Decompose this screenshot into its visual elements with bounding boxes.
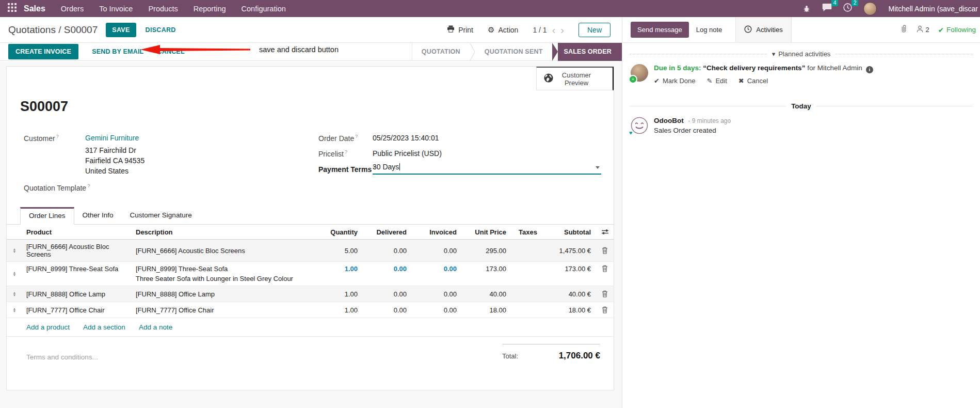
line-taxes[interactable] [511, 307, 553, 313]
user-menu[interactable]: Mitchell Admin (save_discar [888, 5, 978, 13]
line-delivered[interactable]: 0.00 [363, 244, 412, 258]
today-label: Today [791, 102, 811, 110]
order-line-row[interactable]: ▲▼ [FURN_6666] Acoustic Bloc Screens [FU… [7, 240, 614, 262]
add-note-link[interactable]: Add a note [139, 323, 172, 331]
pricelist-value[interactable]: Public Pricelist (USD) [373, 149, 442, 158]
line-delivered[interactable]: 0.00 [363, 287, 412, 301]
line-unit-price[interactable]: 18.00 [462, 303, 511, 317]
menu-products[interactable]: Products [148, 5, 178, 13]
stage-quotation-sent[interactable]: QUOTATION SENT [475, 43, 552, 61]
stage-sales-order-active[interactable]: SALES ORDER [558, 43, 622, 61]
line-quantity[interactable]: 1.00 [317, 303, 363, 317]
followers-button[interactable]: 2 [917, 25, 929, 34]
customer-preview-button[interactable]: Customer Preview [536, 67, 614, 90]
menu-to-invoice[interactable]: To Invoice [99, 5, 133, 13]
action-button[interactable]: ⚙ Action [488, 25, 518, 35]
drag-handle-icon[interactable]: ▲▼ [13, 307, 17, 312]
line-description[interactable]: [FURN_6666] Acoustic Bloc Screens [132, 244, 317, 258]
mark-done-button[interactable]: ✔Mark Done [654, 77, 695, 85]
line-taxes[interactable] [511, 247, 553, 254]
delete-line-button[interactable] [602, 290, 608, 297]
order-line-row[interactable]: ▲▼ [FURN_7777] Office Chair [FURN_7777] … [7, 302, 614, 318]
line-unit-price[interactable]: 40.00 [462, 287, 511, 301]
create-invoice-button[interactable]: CREATE INVOICE [8, 44, 78, 59]
send-message-button[interactable]: Send message [631, 22, 689, 38]
message-author[interactable]: OdooBot [654, 117, 684, 124]
drag-handle-icon[interactable]: ▲▼ [13, 248, 17, 253]
add-product-link[interactable]: Add a product [26, 323, 70, 331]
tab-customer-signature[interactable]: Customer Signature [122, 207, 200, 224]
user-avatar[interactable] [863, 2, 877, 15]
col-delivered[interactable]: Delivered [363, 225, 412, 239]
line-quantity[interactable]: 1.00 [317, 287, 363, 301]
col-product[interactable]: Product [22, 225, 132, 239]
activity-clock-button[interactable]: 2 [843, 3, 852, 14]
col-invoiced[interactable]: Invoiced [412, 225, 462, 239]
new-button[interactable]: New [579, 23, 611, 37]
line-unit-price[interactable]: 173.00 [462, 262, 511, 276]
line-quantity[interactable]: 1.00 [317, 262, 363, 276]
menu-orders[interactable]: Orders [61, 5, 84, 13]
pager-next-icon[interactable]: › [560, 26, 564, 34]
line-description[interactable]: [FURN_8888] Office Lamp [132, 287, 317, 301]
order-date-value[interactable]: 05/25/2023 15:40:01 [373, 134, 439, 142]
tab-other-info[interactable]: Other Info [74, 207, 122, 224]
line-description[interactable]: [FURN_7777] Office Chair [132, 303, 317, 317]
line-product[interactable]: [FURN_6666] Acoustic Bloc Screens [22, 240, 132, 261]
delete-line-button[interactable] [602, 265, 608, 272]
order-line-row[interactable]: ▲▼ [FURN_8888] Office Lamp [FURN_8888] O… [7, 286, 614, 302]
following-button[interactable]: ✔ Following [938, 26, 976, 34]
line-taxes[interactable] [511, 262, 553, 268]
line-invoiced[interactable]: 0.00 [412, 244, 462, 258]
line-taxes[interactable] [511, 291, 553, 297]
line-invoiced[interactable]: 0.00 [412, 303, 462, 317]
planned-activities-toggle[interactable]: ▾ Planned activities [772, 50, 831, 58]
discard-button[interactable]: DISCARD [146, 26, 176, 34]
col-subtotal[interactable]: Subtotal [553, 225, 596, 239]
activities-button[interactable]: Activities [735, 17, 791, 42]
save-button[interactable]: SAVE [106, 23, 136, 37]
dropdown-caret-icon[interactable] [596, 166, 600, 169]
breadcrumb-quotations-link[interactable]: Quotations [8, 24, 56, 35]
menu-configuration[interactable]: Configuration [242, 5, 286, 13]
delete-line-button[interactable] [602, 247, 608, 254]
terms-and-conditions-placeholder[interactable]: Terms and conditions... [26, 344, 502, 361]
line-product[interactable]: [FURN_8999] Three-Seat Sofa [22, 262, 132, 276]
payment-terms-input[interactable]: 30 Days [373, 163, 601, 175]
cancel-activity-button[interactable]: ✖Cancel [738, 77, 768, 85]
line-invoiced[interactable]: 0.00 [412, 262, 462, 276]
line-quantity[interactable]: 5.00 [317, 244, 363, 258]
log-note-button[interactable]: Log note [689, 22, 730, 38]
order-line-row[interactable]: ▲▼ [FURN_8999] Three-Seat Sofa [FURN_899… [7, 262, 614, 286]
debug-bug-icon[interactable] [802, 5, 811, 13]
customer-value-link[interactable]: Gemini Furniture [85, 134, 139, 142]
col-taxes[interactable]: Taxes [511, 225, 553, 239]
line-product[interactable]: [FURN_8888] Office Lamp [22, 287, 132, 301]
attachment-paperclip-icon[interactable] [900, 24, 908, 35]
apps-menu-button[interactable] [0, 0, 24, 17]
line-delivered[interactable]: 0.00 [363, 262, 412, 276]
line-invoiced[interactable]: 0.00 [412, 287, 462, 301]
line-description[interactable]: [FURN_8999] Three-Seat SofaThree Seater … [132, 262, 317, 286]
send-by-email-button[interactable]: SEND BY EMAIL [92, 48, 143, 55]
col-quantity[interactable]: Quantity [317, 225, 363, 239]
optional-columns-icon[interactable] [596, 229, 614, 235]
info-icon[interactable]: i [866, 66, 873, 73]
drag-handle-icon[interactable]: ▲▼ [13, 291, 17, 296]
app-name[interactable]: Sales [24, 4, 45, 13]
edit-activity-button[interactable]: ✎Edit [706, 77, 727, 85]
line-unit-price[interactable]: 295.00 [462, 244, 511, 258]
tab-order-lines[interactable]: Order Lines [20, 207, 74, 225]
pager-previous-icon[interactable]: ‹ [552, 26, 556, 34]
menu-reporting[interactable]: Reporting [194, 5, 226, 13]
col-description[interactable]: Description [132, 225, 317, 239]
stage-quotation[interactable]: QUOTATION [412, 43, 470, 61]
add-section-link[interactable]: Add a section [83, 323, 125, 331]
print-button[interactable]: Print [447, 25, 473, 34]
col-unit-price[interactable]: Unit Price [462, 225, 511, 239]
line-product[interactable]: [FURN_7777] Office Chair [22, 303, 132, 317]
delete-line-button[interactable] [602, 306, 608, 313]
messages-button[interactable]: 4 [822, 3, 832, 14]
line-delivered[interactable]: 0.00 [363, 303, 412, 317]
drag-handle-icon[interactable]: ▲▼ [13, 271, 17, 276]
